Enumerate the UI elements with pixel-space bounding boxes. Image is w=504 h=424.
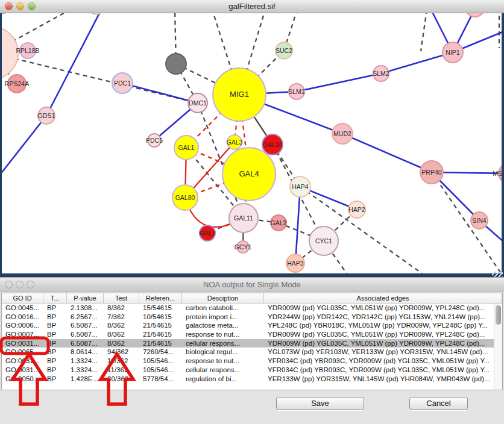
noa-titlebar[interactable]: NOA output for Single Mode <box>0 277 504 292</box>
column-header-3[interactable]: Test <box>104 293 139 303</box>
noa-window: NOA output for Single Mode GO IDT...P-va… <box>0 277 504 424</box>
node-label-rpl18b: RPL18B <box>16 47 39 54</box>
node-label-gal3: GAL3 <box>227 139 243 146</box>
node-label-prp40: PRP40 <box>421 169 441 176</box>
table-row[interactable]: GO:0065...BP8.0614...94/3627260/54...bio… <box>2 348 502 357</box>
node-label-mud2: MUD2 <box>333 130 351 137</box>
node-label-pdc5: PDC5 <box>146 137 163 144</box>
node-label-suc2: SUC2 <box>276 47 292 54</box>
edge-blue[interactable] <box>122 83 198 103</box>
column-header-2[interactable]: P-value <box>67 293 104 303</box>
node-label-gal2: GAL2 <box>271 219 287 226</box>
edge-blue[interactable] <box>297 73 381 92</box>
scrollbar-thumb[interactable] <box>496 305 501 325</box>
column-header-6[interactable]: Associated edges <box>264 293 502 303</box>
edge-blue[interactable] <box>381 52 453 73</box>
screen: galFiltered.sif RPL18BRPS24APDC1GDS1MIG1… <box>0 0 504 424</box>
table-row[interactable]: GO:0050...BP1.428E...80/3625778/54...reg… <box>2 375 502 384</box>
vertical-scrollbar[interactable] <box>494 304 502 390</box>
node-label-cyc1: CYC1 <box>315 237 332 245</box>
edge-blue[interactable] <box>46 13 101 116</box>
node-label-gds1: GDS1 <box>38 112 55 119</box>
node-label-nip1: NIP1 <box>446 49 460 56</box>
noa-window-title: NOA output for Single Mode <box>0 280 504 289</box>
noa-results-table: GO IDT...P-valueTestReferen...Desciption… <box>1 293 503 390</box>
node-label-slm2: SLM2 <box>373 70 389 77</box>
network-canvas[interactable]: RPL18BRPS24APDC1GDS1MIG1DMC1SUC2SLM1SLM2… <box>0 13 504 277</box>
column-header-5[interactable]: Desciption <box>182 293 264 303</box>
edge-blue[interactable] <box>0 116 46 175</box>
network-window: galFiltered.sif RPL18BRPS24APDC1GDS1MIG1… <box>0 0 504 277</box>
node-topcut1[interactable] <box>89 13 104 14</box>
column-header-0[interactable]: GO ID <box>2 293 43 303</box>
node-label-slm1: SLM1 <box>288 88 305 95</box>
cancel-button[interactable]: Cancel <box>409 397 468 410</box>
noa-table-body: GO:0045...BP2.1308...8/36215/54615carbon… <box>2 304 502 383</box>
window-title: galFiltered.sif <box>0 2 504 11</box>
table-row[interactable]: GO:0031...BP1.3324...11/362105/546...cel… <box>2 366 502 375</box>
edge-blue[interactable] <box>342 134 432 172</box>
table-row[interactable]: GO:0016...BP6.2567...7/36210/54615protei… <box>2 313 502 322</box>
node-label-pdc1: PDC1 <box>114 80 131 87</box>
edge-dash[interactable] <box>432 172 500 272</box>
node-label-gal11: GAL11 <box>234 214 253 222</box>
node-label-gal1: GAL1 <box>178 144 195 151</box>
node-gray[interactable] <box>166 54 186 74</box>
column-header-4[interactable]: Referen... <box>139 293 182 303</box>
table-row[interactable]: GO:0007...BP6.5087...8/36221/54615respon… <box>2 330 502 339</box>
node-label-gal10: GAL10 <box>263 141 283 148</box>
node-label-dmc1: DMC1 <box>189 99 207 107</box>
node-label-hap3: HAP3 <box>287 260 304 267</box>
table-row[interactable]: GO:0006...BP6.5087...8/36221/54615galact… <box>2 321 502 330</box>
node-label-gal4: GAL4 <box>239 169 259 178</box>
table-row[interactable]: GO:0031...BP6.5087...8/36221/54615cellul… <box>2 339 502 348</box>
node-label-hap2: HAP2 <box>348 206 365 213</box>
table-row[interactable]: GO:0031...BP1.3324...11/362105/546...res… <box>2 357 502 366</box>
node-label-gcy1: GCY1 <box>235 243 252 251</box>
resize-grip[interactable] <box>492 272 503 277</box>
edge-dash[interactable] <box>421 13 427 51</box>
node-label-sin4: SIN4 <box>472 217 487 224</box>
node-label-gal7: GAL7 <box>200 229 216 237</box>
node-label-rps24a: RPS24A <box>5 80 29 87</box>
node-label-mig1: MIG1 <box>230 90 249 99</box>
table-header-row: GO IDT...P-valueTestReferen...Desciption… <box>2 293 502 304</box>
node-label-gal80: GAL80 <box>175 194 195 201</box>
window-frame-right <box>502 13 504 277</box>
save-button[interactable]: Save <box>276 397 364 410</box>
node-topcut2[interactable] <box>465 13 485 17</box>
edge-blue[interactable] <box>295 187 300 263</box>
column-header-1[interactable]: T... <box>43 293 67 303</box>
window-frame-left <box>0 13 2 277</box>
node-label-hap4: HAP4 <box>292 183 309 190</box>
table-row[interactable]: GO:0045...BP2.1308...8/36215/54615carbon… <box>2 304 502 313</box>
network-titlebar[interactable]: galFiltered.sif <box>0 0 504 13</box>
